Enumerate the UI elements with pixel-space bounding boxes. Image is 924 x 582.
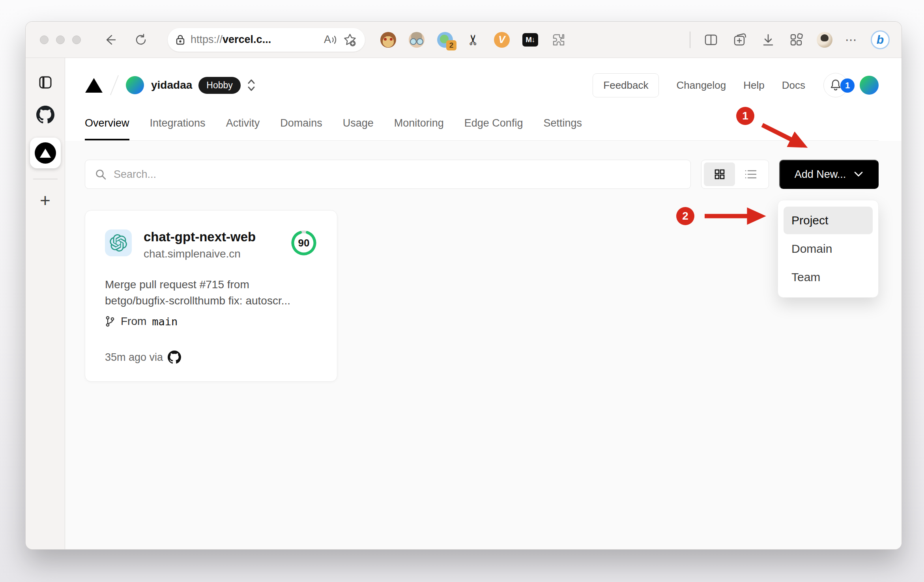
list-view-button[interactable] [735, 162, 766, 186]
more-menu-button[interactable]: ⋯ [845, 33, 858, 47]
chevron-up-down-icon [246, 78, 256, 92]
deploy-meta-row: 35m ago via [105, 351, 317, 364]
vercel-triangle-icon [39, 148, 51, 158]
team-name: yidadaa [151, 79, 192, 91]
branch-name: main [152, 315, 178, 328]
search-icon [95, 168, 107, 180]
add-new-label: Add New... [795, 168, 846, 181]
tab-github[interactable] [36, 105, 55, 124]
split-screen-icon[interactable] [703, 32, 719, 48]
back-button[interactable] [101, 31, 119, 48]
close-window-button[interactable] [40, 35, 49, 44]
tab-activity[interactable]: Activity [226, 108, 260, 140]
feedback-button[interactable]: Feedback [593, 73, 659, 97]
search-box [85, 160, 691, 189]
tab-domains[interactable]: Domains [280, 108, 322, 140]
tab-integrations[interactable]: Integrations [150, 108, 206, 140]
video-extension-icon[interactable]: V [494, 32, 510, 48]
url-protocol: https:// [191, 34, 223, 45]
git-branch-icon [105, 315, 115, 327]
lighthouse-score[interactable]: 90 [290, 229, 317, 256]
chevron-down-icon [854, 171, 863, 177]
dashboard-main: Add New... chat-gpt-next-web ch [65, 141, 902, 549]
tampermonkey-extension-icon[interactable] [380, 32, 397, 48]
tab-vercel-active[interactable] [30, 138, 61, 168]
vercel-logo[interactable] [85, 77, 103, 93]
project-card[interactable]: chat-gpt-next-web chat.simplenaive.cn 90 [85, 210, 337, 382]
team-row: yidadaa Hobby Feedback Changelog Help Do… [85, 67, 879, 104]
tab-edge-config[interactable]: Edge Config [464, 108, 523, 140]
breadcrumb-slash [110, 75, 119, 95]
notification-count-badge: 1 [840, 78, 855, 93]
new-tab-button[interactable]: + [40, 191, 51, 209]
tab-overview[interactable]: Overview [85, 108, 129, 140]
collections-icon[interactable] [731, 32, 748, 48]
changelog-link[interactable]: Changelog [676, 79, 726, 91]
vercel-favicon [35, 142, 56, 164]
team-switcher-button[interactable] [246, 78, 256, 92]
zoom-window-button[interactable] [72, 35, 81, 44]
project-name[interactable]: chat-gpt-next-web [144, 229, 256, 244]
bing-chat-icon[interactable]: b [871, 30, 890, 49]
avatar-extension-icon[interactable] [408, 32, 425, 48]
download-icon[interactable] [761, 32, 776, 47]
tab-settings[interactable]: Settings [543, 108, 582, 140]
tab-usage[interactable]: Usage [343, 108, 374, 140]
project-card-head: chat-gpt-next-web chat.simplenaive.cn 90 [105, 229, 317, 260]
extension-badge: 2 [446, 40, 456, 50]
add-favorite-icon[interactable] [343, 33, 357, 47]
reload-button[interactable] [132, 31, 150, 48]
browser-profile-avatar[interactable] [817, 32, 832, 48]
bell-icon [830, 79, 842, 91]
docs-link[interactable]: Docs [782, 79, 805, 91]
commit-message: Merge pull request #715 from betgo/bugfi… [105, 277, 317, 309]
tab-actions-button[interactable] [36, 73, 55, 92]
scissors-extension-icon[interactable]: ✂ [465, 32, 482, 48]
dropdown-item-project[interactable]: Project [784, 207, 873, 234]
annotation-step-2: 2 [676, 207, 694, 225]
read-aloud-letter: A [324, 34, 331, 46]
project-title-block: chat-gpt-next-web chat.simplenaive.cn [144, 229, 256, 260]
back-arrow-icon [103, 33, 117, 47]
v-icon: V [494, 32, 510, 48]
browser-toolbar: https://vercel.c... A 2 ✂ V M↓ [26, 22, 902, 58]
search-input[interactable] [114, 168, 681, 181]
annotation-step-1: 1 [736, 107, 754, 125]
translate-extension-icon[interactable]: 2 [437, 32, 453, 48]
extensions-menu-button[interactable] [550, 32, 567, 48]
project-domain[interactable]: chat.simplenaive.cn [144, 248, 256, 260]
vercel-page: yidadaa Hobby Feedback Changelog Help Do… [65, 58, 902, 549]
github-favicon [36, 106, 54, 124]
desktop: https://vercel.c... A 2 ✂ V M↓ [0, 0, 924, 582]
grid-view-button[interactable] [704, 162, 735, 186]
dropdown-item-team[interactable]: Team [784, 263, 873, 291]
window-body: + yidadaa Hobby Feedback [26, 58, 902, 549]
add-new-dropdown: Project Domain Team [778, 200, 879, 298]
scissors-icon: ✂ [466, 34, 481, 45]
reload-icon [134, 33, 148, 47]
workspace-icon [37, 74, 54, 91]
user-avatar[interactable] [860, 76, 879, 95]
score-value: 90 [290, 229, 317, 256]
branch-row: From main [105, 315, 317, 328]
grid-view-icon [714, 168, 726, 180]
branch-prefix: From [121, 315, 146, 328]
tab-monitoring[interactable]: Monitoring [394, 108, 444, 140]
plan-badge: Hobby [198, 77, 240, 94]
minimize-window-button[interactable] [56, 35, 65, 44]
address-bar[interactable]: https://vercel.c... A [168, 28, 365, 52]
extensions-row: 2 ✂ V M↓ [380, 32, 567, 48]
commit-line-1: Merge pull request #715 from [105, 277, 317, 293]
toolbar-right-icons: ⋯ b [690, 30, 890, 49]
puzzle-icon [551, 32, 566, 47]
dropdown-item-domain[interactable]: Domain [784, 235, 873, 263]
markdown-extension-icon[interactable]: M↓ [522, 32, 539, 48]
help-link[interactable]: Help [743, 79, 764, 91]
apps-launcher-icon[interactable] [788, 32, 804, 48]
github-icon [168, 351, 181, 364]
read-aloud-button[interactable]: A [324, 34, 337, 46]
notifications-button[interactable]: 1 [823, 73, 848, 97]
browser-window: https://vercel.c... A 2 ✂ V M↓ [25, 21, 902, 550]
add-new-button[interactable]: Add New... [779, 160, 879, 189]
monkey-icon [380, 32, 396, 48]
